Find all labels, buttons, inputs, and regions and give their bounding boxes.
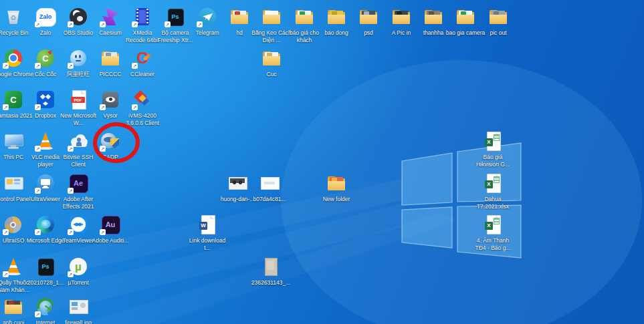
desktop-icon-cuc[interactable]: Cuc: [251, 47, 292, 78]
icon-layer: [457, 15, 474, 24]
icon-layer: [264, 182, 275, 184]
desktop-icon-ivms-4200[interactable]: ↗iVMS-4200 3.6.0.6 Client: [122, 89, 163, 126]
utorrent-icon: µ↗: [68, 256, 89, 277]
bao-gia-camera-icon: [455, 6, 476, 27]
shortcut-arrow-icon: ↗: [100, 104, 106, 110]
shortcut-arrow-icon: ↗: [68, 229, 74, 235]
bo-camera-freeship-icon: Ps↗: [165, 6, 186, 27]
vysor-icon: ↗: [100, 89, 121, 110]
icon-layer: [494, 176, 500, 183]
hd-icon: [229, 6, 250, 27]
shortcut-arrow-icon: ↗: [68, 271, 74, 277]
icon-label: 4. Âm Thanh TĐ4 - Báo g...: [473, 237, 513, 251]
ivms-4200-icon: ↗: [132, 89, 153, 110]
icon-layer: [328, 181, 345, 190]
google-chrome-icon: ↗: [3, 47, 24, 69]
desktop-icon-adobe-audition[interactable]: Au↗Adobe Auditi...: [90, 214, 130, 245]
icon-layer: [72, 307, 78, 310]
image-2362631143-icon: [260, 256, 282, 277]
shortcut-arrow-icon: ↗: [35, 21, 41, 27]
desktop-icon-ccleaner[interactable]: C↗CCleaner: [122, 47, 163, 78]
adobe-audition-icon: Au↗: [100, 214, 121, 235]
recycle-bin-icon: ♻: [3, 6, 24, 27]
icon-label: 2362631143_...: [251, 279, 291, 287]
shortcut-arrow-icon: ↗: [3, 271, 9, 277]
b07da4c81-image-icon: [259, 172, 280, 194]
picccc-icon: [100, 47, 121, 69]
this-pc-icon: [3, 130, 24, 152]
shortcut-arrow-icon: ↗: [3, 63, 9, 69]
icon-layer: [7, 179, 13, 184]
desktop-icon-am-thanh-td4-xlsx[interactable]: X4. Âm Thanh TĐ4 - Báo g...: [473, 214, 513, 251]
bao-gia-cho-khach-icon: [294, 6, 315, 27]
desktop-icon-grid: ♻Recycle BinZalo↗Zalo↗OBS Studio↗Caesium…: [0, 0, 644, 324]
new-microsoft-word-pdf-icon: PDF: [68, 89, 89, 110]
desktop-icon-link-download-doc[interactable]: WLink download t...: [187, 214, 227, 251]
ultraiso-icon: ↗: [3, 214, 24, 235]
new-folder-icon: [326, 172, 347, 194]
shortcut-arrow-icon: ↗: [3, 229, 9, 235]
caesium-icon: ↗: [100, 6, 121, 27]
shortcut-arrow-icon: ↗: [35, 311, 41, 317]
desktop-icon-utorrent[interactable]: µ↗µTorrent: [58, 256, 98, 287]
icon-layer: [41, 179, 50, 185]
desktop-icon-pic-out[interactable]: pic out: [478, 6, 518, 37]
icon-layer: [5, 305, 22, 314]
icon-layer: [146, 9, 148, 25]
icon-layer: [14, 182, 20, 184]
icon-label: Adobe Auditi...: [90, 237, 130, 245]
shortcut-arrow-icon: ↗: [132, 104, 138, 110]
shortcut-arrow-icon: ↗: [35, 146, 41, 152]
icon-layer: [7, 258, 19, 273]
anh-cuoi-icon: [3, 296, 24, 317]
am-thanh-td4-xlsx-icon: X: [482, 214, 504, 235]
bitvise-ssh-client-icon: ↗: [68, 130, 89, 152]
icon-layer: [494, 218, 500, 224]
desktop-icon-firewall-jpg[interactable]: firewall.jpg: [58, 296, 98, 324]
icon-label: Adobe After Effects 2021: [58, 196, 98, 210]
icon-layer: [233, 180, 236, 184]
icon-layer: [72, 302, 78, 306]
icon-layer: [425, 15, 442, 24]
icon-layer: [10, 55, 17, 61]
icon-layer: [494, 134, 500, 141]
desktop-icon-adobe-after-effects[interactable]: Ae↗Adobe After Effects 2021: [58, 172, 98, 210]
camtasia-icon: C↗: [3, 89, 24, 110]
icon-layer: ♻: [8, 13, 19, 23]
shortcut-arrow-icon: ↗: [3, 104, 9, 110]
icon-layer: [139, 10, 146, 23]
icon-layer: [75, 55, 77, 58]
icon-label: Báo giá Hikvision G...: [473, 154, 513, 168]
icon-layer: [14, 179, 20, 181]
icon-label: Cuc: [251, 71, 292, 78]
icon-layer: [76, 223, 81, 226]
microsoft-edge-icon: ↗: [35, 214, 56, 235]
icon-layer: [263, 15, 280, 24]
icon-label: Link download t...: [187, 237, 227, 251]
adobe-after-effects-icon: Ae↗: [68, 172, 89, 194]
desktop-icon-b07da4c81-image[interactable]: b07da4c81...: [249, 172, 290, 203]
shortcut-arrow-icon: ↗: [100, 21, 106, 27]
cuc-icon: [261, 47, 282, 69]
icon-layer: [11, 223, 15, 226]
internet-download-manager-icon: ↗: [35, 296, 56, 317]
firewall-jpg-icon: [68, 296, 89, 317]
windows-desktop: ♻Recycle BinZalo↗Zalo↗OBS Studio↗Caesium…: [0, 0, 644, 324]
desktop-icon-dahua-xlsx[interactable]: XDahua T7.2021.xlsx: [473, 172, 513, 210]
shortcut-arrow-icon: ↗: [197, 21, 203, 27]
icon-layer: [39, 132, 51, 148]
icon-layer: [76, 60, 81, 61]
icon-label: Dahua T7.2021.xlsx: [473, 196, 513, 210]
desktop-icon-image-2362631143[interactable]: 2362631143_...: [251, 256, 291, 287]
thanhha-icon: [423, 6, 444, 27]
desktop-icon-new-folder[interactable]: New folder: [316, 172, 356, 203]
dropbox-icon: ↗: [35, 89, 56, 110]
icon-layer: [79, 55, 81, 58]
shortcut-arrow-icon: ↗: [35, 188, 41, 194]
icon-layer: [490, 15, 507, 24]
pic-out-icon: [488, 6, 509, 27]
desktop-icon-bao-gia-hikvision-xlsx[interactable]: XBáo giá Hikvision G...: [473, 130, 513, 168]
icon-layer: X: [485, 222, 493, 230]
icon-layer: [41, 220, 51, 228]
icon-label: µTorrent: [58, 279, 98, 287]
